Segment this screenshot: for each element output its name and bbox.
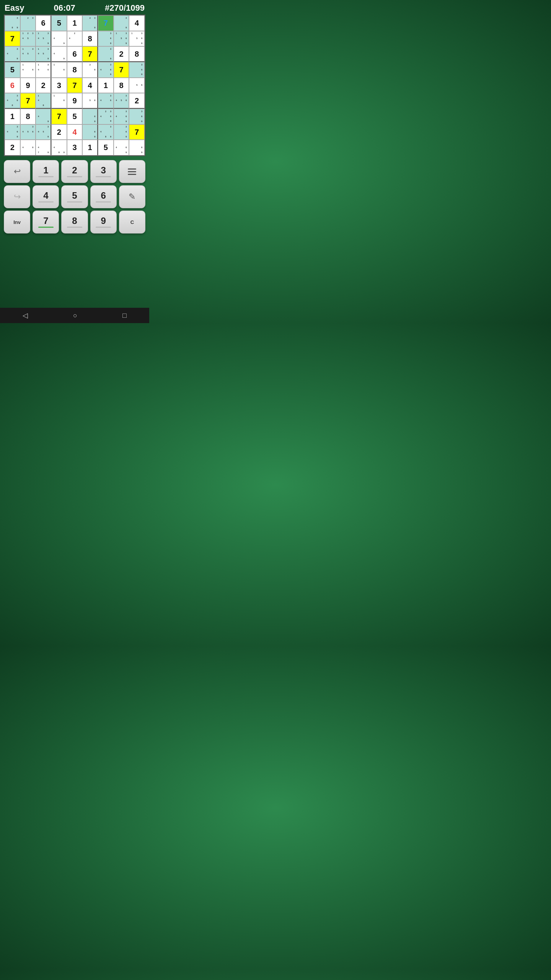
cell-r0-c8[interactable]: 4: [129, 15, 145, 31]
nav-back-icon[interactable]: ◁: [23, 311, 28, 320]
cell-r4-c3[interactable]: 3: [51, 78, 67, 93]
key-_[interactable]: [119, 160, 145, 183]
key-_[interactable]: ↪: [4, 185, 30, 208]
key-4[interactable]: 4: [33, 185, 59, 208]
cell-r8-c3[interactable]: 489: [51, 140, 67, 155]
key-_[interactable]: ↩: [4, 160, 30, 183]
cell-r1-c4[interactable]: 24: [67, 31, 83, 47]
cell-r5-c1[interactable]: 7: [20, 93, 36, 109]
cell-r5-c5[interactable]: 56: [82, 93, 98, 109]
cell-r1-c3[interactable]: 49: [51, 31, 67, 47]
cell-r4-c4[interactable]: 7: [67, 78, 83, 93]
cell-r0-c7[interactable]: 39: [114, 15, 129, 31]
cell-r7-c2[interactable]: 3459: [36, 124, 51, 140]
cell-r6-c5[interactable]: 69: [82, 109, 98, 124]
cell-r3-c4[interactable]: 8: [67, 62, 83, 78]
cell-r3-c1[interactable]: 146: [20, 62, 36, 78]
cell-r2-c5[interactable]: 7: [82, 46, 98, 62]
cell-r5-c4[interactable]: 9: [67, 93, 83, 109]
key-1[interactable]: 1: [33, 160, 59, 183]
cell-r1-c2[interactable]: 13459: [36, 31, 51, 47]
cell-r7-c7[interactable]: 369: [114, 124, 129, 140]
cell-r6-c4[interactable]: 5: [67, 109, 83, 124]
cell-r2-c8[interactable]: 8: [129, 46, 145, 62]
cell-r8-c5[interactable]: 1: [82, 140, 98, 155]
cell-r8-c6[interactable]: 5: [98, 140, 114, 155]
cell-r8-c7[interactable]: 469: [114, 140, 129, 155]
cell-r2-c4[interactable]: 6: [67, 46, 83, 62]
cell-r6-c7[interactable]: 3469: [114, 109, 129, 124]
cell-r4-c6[interactable]: 1: [98, 78, 114, 93]
key-9[interactable]: 9: [90, 211, 117, 234]
cell-r0-c1[interactable]: 23: [20, 15, 36, 31]
key-3[interactable]: 3: [90, 160, 117, 183]
cell-r4-c1[interactable]: 9: [20, 78, 36, 93]
cell-r1-c5[interactable]: 8: [82, 31, 98, 47]
cell-r8-c4[interactable]: 3: [67, 140, 83, 155]
cell-r5-c6[interactable]: 346: [98, 93, 114, 109]
cell-r0-c2[interactable]: 6: [36, 15, 51, 31]
cell-r3-c5[interactable]: 26: [82, 62, 98, 78]
key-6[interactable]: 6: [90, 185, 117, 208]
cell-r1-c8[interactable]: 13569: [129, 31, 145, 47]
cell-r3-c2[interactable]: 1346: [36, 62, 51, 78]
cell-r0-c0[interactable]: 389: [5, 15, 20, 31]
cell-r2-c7[interactable]: 2: [114, 46, 129, 62]
cell-r0-c5[interactable]: 239: [82, 15, 98, 31]
cell-r7-c3[interactable]: 2: [51, 124, 67, 140]
cell-r2-c1[interactable]: 1345: [20, 46, 36, 62]
candidates-r8-c1: 46: [21, 140, 36, 155]
cell-r7-c4[interactable]: 4: [67, 124, 83, 140]
cell-r5-c2[interactable]: 148: [36, 93, 51, 109]
nav-home-icon[interactable]: ○: [73, 312, 77, 320]
cell-r4-c0[interactable]: 6: [5, 78, 20, 93]
cell-r8-c2[interactable]: 479: [36, 140, 51, 155]
cell-r5-c3[interactable]: 16: [51, 93, 67, 109]
cell-r6-c1[interactable]: 8: [20, 109, 36, 124]
cell-r0-c4[interactable]: 1: [67, 15, 83, 31]
nav-recent-icon[interactable]: □: [122, 312, 127, 320]
cell-r4-c8[interactable]: 56: [129, 78, 145, 93]
cell-r3-c8[interactable]: 369: [129, 62, 145, 78]
cell-r6-c6[interactable]: 23469: [98, 109, 114, 124]
cell-r1-c1[interactable]: 12345: [20, 31, 36, 47]
key-7[interactable]: 7: [33, 211, 59, 234]
cell-r7-c1[interactable]: 3456: [20, 124, 36, 140]
cell-r5-c7[interactable]: 3456: [114, 93, 129, 109]
cell-r1-c0[interactable]: 7: [5, 31, 20, 47]
cell-r6-c2[interactable]: 49: [36, 109, 51, 124]
cell-r4-c5[interactable]: 4: [82, 78, 98, 93]
key-inv[interactable]: Inv: [4, 211, 30, 234]
cell-r1-c6[interactable]: 369: [98, 31, 114, 47]
cell-r5-c0[interactable]: 3468: [5, 93, 20, 109]
cell-r2-c2[interactable]: 13459: [36, 46, 51, 62]
cell-r8-c8[interactable]: 69: [129, 140, 145, 155]
cell-r5-c8[interactable]: 2: [129, 93, 145, 109]
cell-r7-c0[interactable]: 3469: [5, 124, 20, 140]
cell-r3-c7[interactable]: 7: [114, 62, 129, 78]
cell-r2-c6[interactable]: 39: [98, 46, 114, 62]
key-8[interactable]: 8: [61, 211, 88, 234]
cell-r3-c6[interactable]: 3469: [98, 62, 114, 78]
cell-r6-c8[interactable]: 369: [129, 109, 145, 124]
cell-r3-c3[interactable]: 16: [51, 62, 67, 78]
key-2[interactable]: 2: [61, 160, 88, 183]
key-c[interactable]: C: [119, 211, 145, 234]
cell-r3-c0[interactable]: 5: [5, 62, 20, 78]
cell-r0-c3[interactable]: 5: [51, 15, 67, 31]
cell-r6-c3[interactable]: 7: [51, 109, 67, 124]
cell-r7-c5[interactable]: 69: [82, 124, 98, 140]
cell-r2-c3[interactable]: 49: [51, 46, 67, 62]
cell-r0-c6[interactable]: 7: [98, 15, 114, 31]
cell-r1-c7[interactable]: 13569: [114, 31, 129, 47]
cell-r6-c0[interactable]: 1: [5, 109, 20, 124]
cell-r7-c6[interactable]: 3489: [98, 124, 114, 140]
cell-r4-c2[interactable]: 2: [36, 78, 51, 93]
key-5[interactable]: 5: [61, 185, 88, 208]
cell-r2-c0[interactable]: 349: [5, 46, 20, 62]
key-_[interactable]: ✎: [119, 185, 145, 208]
cell-r8-c0[interactable]: 2: [5, 140, 20, 155]
cell-r4-c7[interactable]: 8: [114, 78, 129, 93]
cell-r7-c8[interactable]: 7: [129, 124, 145, 140]
cell-r8-c1[interactable]: 46: [20, 140, 36, 155]
